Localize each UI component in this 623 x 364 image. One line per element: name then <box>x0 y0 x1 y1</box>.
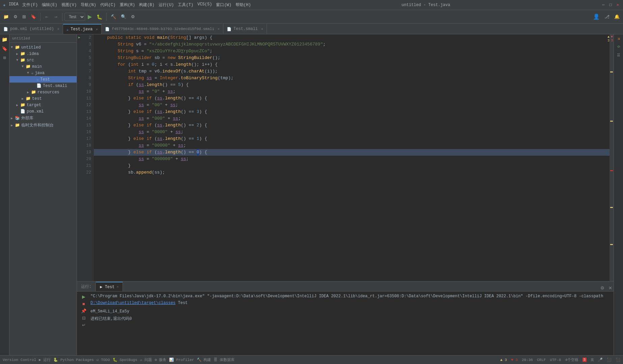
status-charset[interactable]: UTF-8 <box>550 358 561 362</box>
profiler-icon: 📊 <box>169 358 174 362</box>
build-btn[interactable]: 🔨 <box>109 13 118 21</box>
menu-bar[interactable]: IDEA 文件(F) 编辑(E) 视图(V) 导航(N) 代码(C) 重构(R)… <box>9 2 251 8</box>
close-button[interactable]: ✕ <box>615 2 620 7</box>
panel-tab-run-label[interactable]: 运行: <box>77 282 96 291</box>
testsmali-tab-close[interactable]: ✕ <box>261 27 263 31</box>
menu-file[interactable]: 文件(F) <box>22 2 38 8</box>
menu-code[interactable]: 代码(C) <box>100 2 116 8</box>
tree-item-src[interactable]: ▼ 📁 src <box>9 57 77 63</box>
status-version-control[interactable]: Version Control <box>3 358 36 362</box>
tree-item-test-folder[interactable]: ▶ 📁 test <box>9 95 77 102</box>
tree-item-idea[interactable]: ▶ 📁 .idea <box>9 51 77 57</box>
status-extra-icon2[interactable]: ⬛ <box>616 358 620 362</box>
pin-btn[interactable]: 📌 <box>80 308 88 314</box>
menu-navigate[interactable]: 导航(N) <box>81 2 96 8</box>
status-mic-icon[interactable]: 🎤 <box>598 358 603 362</box>
tree-item-resources[interactable]: ▶ 📁 resources <box>9 89 77 95</box>
tree-item-untitled[interactable]: ▼ 📁 untitled <box>9 44 77 51</box>
tree-label-untitled: untitled <box>21 45 41 50</box>
run-button[interactable]: ▶ <box>86 12 94 21</box>
filter-btn[interactable]: ⊟ <box>80 315 88 321</box>
status-position[interactable]: 20:36 <box>522 358 533 362</box>
project-tree-icon[interactable]: 📁 <box>1 36 8 43</box>
status-sougou-icon[interactable]: S <box>583 358 587 362</box>
status-issues[interactable]: ⚠ 问题 <box>140 357 152 362</box>
status-extra-icon1[interactable]: ⬛ <box>607 358 612 362</box>
line-num-22: 22 <box>80 169 91 176</box>
forward-btn[interactable]: → <box>52 13 60 21</box>
minimize-button[interactable]: ─ <box>601 3 606 7</box>
status-warnings[interactable]: ▲ 3 <box>500 358 507 362</box>
status-indent[interactable]: 4个空格 <box>565 357 578 362</box>
structure-icon[interactable]: ⊞ <box>2 54 7 62</box>
user-icon-btn[interactable]: 👤 <box>591 12 602 21</box>
menu-view[interactable]: 视图(V) <box>61 2 77 8</box>
code-content[interactable]: public static void main(String[] args) {… <box>94 34 610 281</box>
status-spotbugs[interactable]: 🐛 SpotBugs <box>113 358 137 362</box>
tree-item-Test[interactable]: ▶ ☕ Test <box>9 76 77 83</box>
tree-item-temp[interactable]: ▶ 📁 临时文件和控制台 <box>9 122 77 129</box>
status-profiler[interactable]: 📊 Profiler <box>169 358 194 362</box>
tree-item-test-smali[interactable]: ▶ 📄 Test.smali <box>9 83 77 89</box>
menu-help[interactable]: 帮助(H) <box>236 2 251 8</box>
tab-smali1[interactable]: 📄 f45775643c-46846-5990-b3793-32e8ecd15f… <box>102 24 223 34</box>
project-icon-btn[interactable]: 📁 <box>1 13 11 21</box>
notifications-btn[interactable]: 🔔 <box>612 13 622 21</box>
status-errors[interactable]: ▼ 3 <box>511 358 518 362</box>
rightpanel-icon1[interactable]: ☰ <box>616 51 621 59</box>
tab-testsmali[interactable]: 📄 Test.smali ✕ <box>223 24 267 34</box>
status-build[interactable]: 🔨 构建 <box>197 357 211 362</box>
status-lang-icon[interactable]: 英 <box>591 358 594 362</box>
settings-gear-btn[interactable]: ⚙ <box>129 13 137 21</box>
rerun-btn[interactable]: ▶ <box>80 294 88 300</box>
maximize-button[interactable]: □ <box>608 3 613 7</box>
tab-pom[interactable]: 📄 pom.xml (untitled) ✕ <box>0 24 63 34</box>
tree-label-src: src <box>27 58 34 63</box>
menu-run[interactable]: 运行(U) <box>159 2 174 8</box>
wrap-btn[interactable]: ↵ <box>80 322 88 328</box>
menu-build[interactable]: 构建(B) <box>139 2 155 8</box>
tab-test-java[interactable]: ☕ Test.java ✕ <box>63 24 102 34</box>
run-config-select[interactable]: Test <box>64 13 85 21</box>
scroll-gutter[interactable]: ▲ 3 ▼ 3 <box>610 34 614 281</box>
menu-edit[interactable]: 编辑(E) <box>42 2 57 8</box>
tree-item-main[interactable]: ▼ 📁 main <box>9 63 77 70</box>
project-tree[interactable]: ▼ 📁 untitled ▶ 📁 .idea ▼ 📁 src ▼ 📁 main <box>9 43 77 355</box>
git-icon-btn[interactable]: ⎇ <box>602 13 612 21</box>
status-services[interactable]: ⚙ 服务 <box>155 357 166 362</box>
search-everywhere-btn[interactable]: 🔍 <box>119 13 128 21</box>
tree-item-java[interactable]: ▼ ☕ java <box>9 70 77 76</box>
code-editor[interactable]: 2 3 4 5 6 7 8 9 10 11 12 13 14 15 16 17 … <box>77 34 614 281</box>
pom-tab-close[interactable]: ✕ <box>57 27 59 31</box>
status-python-packages[interactable]: 🐍 Python Packages <box>53 358 94 362</box>
tree-item-target[interactable]: ▶ 📁 target <box>9 102 77 108</box>
tree-item-pom-xml[interactable]: ▶ 📄 pom.xml <box>9 108 77 115</box>
bookmarks-icon[interactable]: 🔖 <box>1 45 8 53</box>
menu-tools[interactable]: 工具(T) <box>178 2 193 8</box>
stop-btn[interactable]: ■ <box>80 301 88 307</box>
tree-item-ext-lib[interactable]: ▶ 📚 外部库 <box>9 115 77 122</box>
menu-window[interactable]: 窗口(W) <box>216 2 232 8</box>
status-run[interactable]: ▶ 运行 <box>39 357 51 362</box>
status-line-ending[interactable]: CRLF <box>537 358 546 362</box>
gradle-icon[interactable]: G <box>616 43 621 50</box>
menu-vcs[interactable]: VCS(S) <box>197 2 212 8</box>
maven-icon[interactable]: M <box>616 36 621 42</box>
panel-close-btn[interactable]: ✕ <box>607 285 614 291</box>
menu-refactor[interactable]: 重构(R) <box>120 2 135 8</box>
layout-btn[interactable]: ⊞ <box>20 13 28 21</box>
status-database[interactable]: 🗄 体数据库 <box>214 357 235 362</box>
settings-btn[interactable]: ⚙ <box>11 13 20 21</box>
bookmark-btn[interactable]: 🔖 <box>29 13 38 21</box>
notifications-side-icon[interactable]: 通知 <box>1 352 8 354</box>
run-classpath-link[interactable]: D:\Download\untitled\target\classes <box>90 301 175 305</box>
panel-tab-test[interactable]: ▶ Test ✕ <box>96 282 123 291</box>
smali1-tab-close[interactable]: ✕ <box>218 27 220 31</box>
panel-settings-btn[interactable]: ⚙ <box>599 285 606 291</box>
back-btn[interactable]: ← <box>43 13 51 21</box>
debug-button[interactable]: 🐛 <box>94 13 104 21</box>
test-java-tab-close[interactable]: ✕ <box>96 27 98 31</box>
status-todo[interactable]: ☑ TODO <box>97 358 110 362</box>
run-tab-close[interactable]: ✕ <box>116 285 118 289</box>
menu-idea[interactable]: IDEA <box>9 2 19 8</box>
